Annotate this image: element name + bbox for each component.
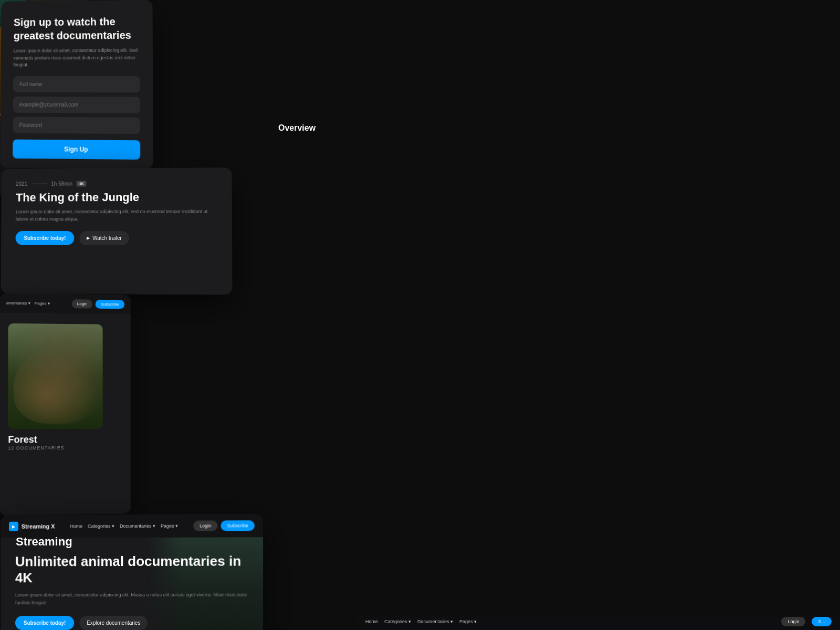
hero-explore-btn[interactable]: Explore documentaries <box>79 616 148 630</box>
hero-subscribe-button[interactable]: Subscribe <box>220 520 254 531</box>
hero-nav-links: Home Categories ▾ Documentaries ▾ Pages … <box>70 523 178 529</box>
hero-subscribe-btn[interactable]: Subscribe today! <box>15 616 74 630</box>
hero-title: Unlimited animal documentaries in 4K <box>15 553 248 586</box>
signup-fullname-input[interactable] <box>13 76 140 92</box>
streaming-bottom-label: Streaming <box>16 535 72 549</box>
logo-icon <box>9 522 18 531</box>
hero-logo: Streaming X <box>9 522 55 531</box>
hero-navigation: Streaming X Home Categories ▾ Documentar… <box>1 514 263 538</box>
forest-category-label: Forest <box>8 434 122 446</box>
overview-section-label: Overview <box>278 123 316 133</box>
hero-action-buttons: Subscribe today! Explore documentaries <box>15 616 248 630</box>
movie-quality-badge: 4K <box>77 181 87 186</box>
movie-title: The King of the Jungle <box>16 190 217 204</box>
bnav-pages[interactable]: Pages ▾ <box>459 619 477 624</box>
signup-email-input[interactable] <box>13 96 140 113</box>
left-content: Forest 12 DOCUMENTARIES <box>0 313 131 461</box>
categories-left-card: umentaries ▾ Pages ▾ Login Subscribe For… <box>0 293 131 515</box>
left-nav-documentaries[interactable]: umentaries ▾ <box>6 301 30 306</box>
left-nav-login-button[interactable]: Login <box>72 299 92 308</box>
hero-body: Unlimited animal documentaries in 4K Lor… <box>1 537 263 630</box>
nav-home[interactable]: Home <box>70 523 82 529</box>
movie-action-buttons: Subscribe today! ▶ Watch trailer <box>16 231 217 245</box>
hero-login-button[interactable]: Login <box>193 520 217 531</box>
movie-duration: 1h 58min <box>51 181 72 187</box>
bnav-categories[interactable]: Categories ▾ <box>384 619 411 624</box>
movie-description: Lorem ipsum dolor sit amet, consectetur … <box>16 208 217 223</box>
forest-doc-count: 12 DOCUMENTARIES <box>8 445 122 450</box>
main-hero-card: Streaming X Home Categories ▾ Documentar… <box>1 514 263 630</box>
nav-pages[interactable]: Pages ▾ <box>161 523 178 529</box>
bnav-documentaries[interactable]: Documentaries ▾ <box>417 619 453 624</box>
bottom-subscribe-button[interactable]: S... <box>812 617 832 626</box>
movie-meta-row: 2021 1h 58min 4K <box>16 180 217 186</box>
left-nav-subscribe-button[interactable]: Subscribe <box>96 300 124 309</box>
bottom-login-button[interactable]: Login <box>781 617 805 626</box>
movie-detail-card: 2021 1h 58min 4K The King of the Jungle … <box>1 167 233 295</box>
hero-description: Lorem ipsum dolor sit amet, consectetur … <box>15 591 248 606</box>
play-icon: ▶ <box>87 236 90 240</box>
nav-documentaries[interactable]: Documentaries ▾ <box>120 523 155 529</box>
hero-content: Unlimited animal documentaries in 4K Lor… <box>1 537 263 630</box>
signup-button[interactable]: Sign Up <box>13 139 140 159</box>
nav-categories[interactable]: Categories ▾ <box>88 523 114 529</box>
signup-password-input[interactable] <box>13 117 140 133</box>
signup-heading: Sign up to watch the greatest documentar… <box>14 15 140 43</box>
movie-year: 2021 <box>16 181 27 187</box>
logo-text: Streaming X <box>22 523 55 529</box>
left-nav-pages[interactable]: Pages ▾ <box>35 301 50 306</box>
trailer-label: Watch trailer <box>92 235 122 241</box>
bear-image <box>8 323 102 429</box>
left-nav: umentaries ▾ Pages ▾ Login Subscribe <box>0 293 131 314</box>
hero-auth-buttons: Login Subscribe <box>193 520 255 531</box>
watch-trailer-button[interactable]: ▶ Watch trailer <box>79 231 129 245</box>
signup-card: Sign up to watch the greatest documentar… <box>0 0 153 170</box>
bottom-navigation: Home Categories ▾ Documentaries ▾ Pages … <box>357 613 840 630</box>
meta-divider <box>32 184 47 184</box>
subscribe-today-button[interactable]: Subscribe today! <box>16 231 75 245</box>
bnav-home[interactable]: Home <box>365 619 378 624</box>
signup-description: Lorem ipsum dolor sit amet, consectetur … <box>13 47 140 69</box>
